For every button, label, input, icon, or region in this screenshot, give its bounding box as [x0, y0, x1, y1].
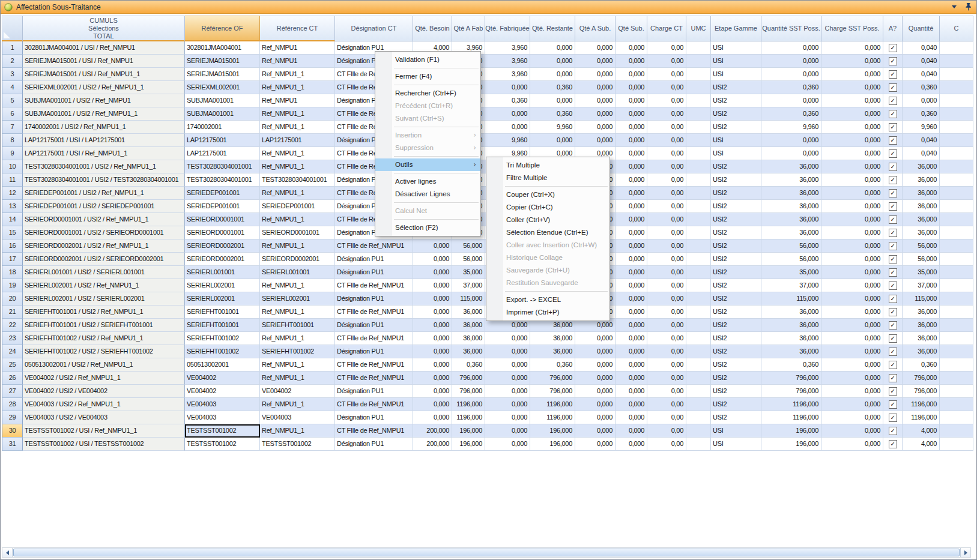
cell-ref_ct[interactable]: TESTSST001002: [260, 438, 335, 451]
cell-umc[interactable]: [686, 253, 711, 266]
checkbox-checked[interactable]: ✓: [889, 321, 897, 330]
cell-q_sst[interactable]: 0,000: [761, 41, 821, 55]
cell-charge_ct[interactable]: 0,00: [647, 160, 686, 173]
cell-ref_ct[interactable]: SERIEFHT001002: [260, 345, 335, 358]
cell-ref_of[interactable]: LAP12175001: [185, 147, 260, 160]
cell-c_sst[interactable]: 0,000: [821, 332, 883, 345]
cell-a_fab[interactable]: 1196,000: [452, 398, 485, 411]
cell-ref_ct[interactable]: SERIERL002001: [260, 292, 335, 306]
row-number[interactable]: 26: [2, 372, 23, 385]
cell-cut[interactable]: [940, 345, 973, 358]
cell-etape[interactable]: USI2: [711, 121, 761, 134]
cell-ref_ct[interactable]: Ref_NMPU1_1: [260, 81, 335, 94]
cell-restante[interactable]: 196,000: [530, 424, 575, 438]
cell-quantite[interactable]: 0,360: [903, 107, 940, 121]
cell-sub[interactable]: 0,000: [616, 41, 647, 55]
row-number[interactable]: 18: [2, 266, 23, 279]
cell-cut[interactable]: [940, 187, 973, 200]
cell-quantite[interactable]: 36,000: [903, 200, 940, 213]
cell-cut[interactable]: [940, 226, 973, 239]
cell-charge_ct[interactable]: 0,00: [647, 94, 686, 107]
cell-ref_of[interactable]: SERIEDEP001001: [185, 187, 260, 200]
horizontal-scrollbar[interactable]: [2, 547, 971, 558]
cell-a_fab[interactable]: 36,000: [452, 306, 485, 319]
cell-c_sst[interactable]: 0,000: [821, 398, 883, 411]
cell-cut[interactable]: [940, 160, 973, 173]
cell-umc[interactable]: [686, 398, 711, 411]
cell-restante[interactable]: 0,360: [530, 81, 575, 94]
cell-umc[interactable]: [686, 121, 711, 134]
cell-a_sub[interactable]: 0,000: [575, 94, 616, 107]
cell-cumuls[interactable]: 1740002001 / USI2 / Ref_NMPU1_1: [23, 121, 185, 134]
checkbox-checked[interactable]: ✓: [889, 387, 897, 396]
cell-sub[interactable]: 0,000: [616, 226, 647, 239]
cell-umc[interactable]: [686, 81, 711, 94]
cell-cut[interactable]: [940, 94, 973, 107]
cell-umc[interactable]: [686, 239, 711, 253]
cell-quantite[interactable]: 56,000: [903, 239, 940, 253]
cell-cumuls[interactable]: SERIEXML002001 / USI2 / Ref_NMPU1_1: [23, 81, 185, 94]
row-number[interactable]: 17: [2, 253, 23, 266]
checkbox-checked[interactable]: ✓: [889, 110, 897, 118]
column-header-charge_ct[interactable]: Charge CT: [647, 16, 686, 41]
cell-fabriquee[interactable]: 0,000: [485, 345, 530, 358]
column-header-a_fab[interactable]: Qté A Fab: [452, 16, 485, 41]
cell-restante[interactable]: 0,000: [530, 94, 575, 107]
cell-c_sst[interactable]: 0,000: [821, 55, 883, 68]
submenu-item-tri-multiple[interactable]: Tri Multiple: [486, 159, 609, 172]
checkbox-checked[interactable]: ✓: [889, 189, 897, 197]
cell-ref_ct[interactable]: Ref_NMPU1_1: [260, 187, 335, 200]
cell-ref_of[interactable]: SUBJMA001001: [185, 107, 260, 121]
cell-a[interactable]: ✓: [883, 134, 903, 147]
cell-charge_ct[interactable]: 0,00: [647, 438, 686, 451]
cell-q_sst[interactable]: 36,000: [761, 319, 821, 332]
cell-charge_ct[interactable]: 0,00: [647, 187, 686, 200]
checkbox-checked[interactable]: ✓: [889, 57, 897, 65]
cell-besoin[interactable]: 0,000: [413, 266, 452, 279]
cell-q_sst[interactable]: 36,000: [761, 306, 821, 319]
cell-q_sst[interactable]: 36,000: [761, 345, 821, 358]
cell-umc[interactable]: [686, 292, 711, 306]
cell-q_sst[interactable]: 0,360: [761, 81, 821, 94]
cell-charge_ct[interactable]: 0,00: [647, 107, 686, 121]
checkbox-checked[interactable]: ✓: [889, 308, 897, 316]
cell-a[interactable]: ✓: [883, 121, 903, 134]
cell-ref_of[interactable]: 050513002001: [185, 358, 260, 372]
checkbox-checked[interactable]: ✓: [889, 268, 897, 277]
cell-etape[interactable]: USI: [711, 134, 761, 147]
cell-a_sub[interactable]: 0,000: [575, 438, 616, 451]
cell-besoin[interactable]: 200,000: [413, 438, 452, 451]
cell-cumuls[interactable]: SERIEORD0001001 / USI2 / SERIEORD0001001: [23, 226, 185, 239]
cell-umc[interactable]: [686, 319, 711, 332]
cell-sub[interactable]: 0,000: [616, 134, 647, 147]
cell-cut[interactable]: [940, 55, 973, 68]
chevron-down-icon[interactable]: [952, 5, 957, 8]
cell-quantite[interactable]: 1196,000: [903, 411, 940, 424]
cell-umc[interactable]: [686, 55, 711, 68]
cell-umc[interactable]: [686, 226, 711, 239]
cell-a[interactable]: ✓: [883, 319, 903, 332]
cell-a[interactable]: ✓: [883, 266, 903, 279]
cell-sub[interactable]: 0,000: [616, 266, 647, 279]
row-number[interactable]: 3: [2, 68, 23, 81]
cell-etape[interactable]: USI2: [711, 253, 761, 266]
cell-sub[interactable]: 0,000: [616, 319, 647, 332]
cell-charge_ct[interactable]: 0,00: [647, 253, 686, 266]
cell-q_sst[interactable]: 796,000: [761, 372, 821, 385]
cell-restante[interactable]: 36,000: [530, 345, 575, 358]
checkbox-checked[interactable]: ✓: [889, 136, 897, 145]
cell-ref_of[interactable]: SERIEORD0001001: [185, 213, 260, 226]
cell-q_sst[interactable]: 0,360: [761, 358, 821, 372]
cell-ref_ct[interactable]: SERIEORD0002001: [260, 253, 335, 266]
cell-ref_of[interactable]: 302801JMA004001: [185, 41, 260, 55]
cell-cumuls[interactable]: SERIEFHT001001 / USI2 / SERIEFHT001001: [23, 319, 185, 332]
cell-a_sub[interactable]: 0,000: [575, 81, 616, 94]
checkbox-checked[interactable]: ✓: [889, 163, 897, 171]
cell-cut[interactable]: [940, 239, 973, 253]
cell-ref_of[interactable]: SERIEXML002001: [185, 81, 260, 94]
cell-ref_ct[interactable]: Ref_NMPU1: [260, 55, 335, 68]
cell-a_sub[interactable]: 0,000: [575, 332, 616, 345]
cell-etape[interactable]: USI: [711, 41, 761, 55]
cell-besoin[interactable]: 0,000: [413, 239, 452, 253]
cell-quantite[interactable]: 0,000: [903, 94, 940, 107]
